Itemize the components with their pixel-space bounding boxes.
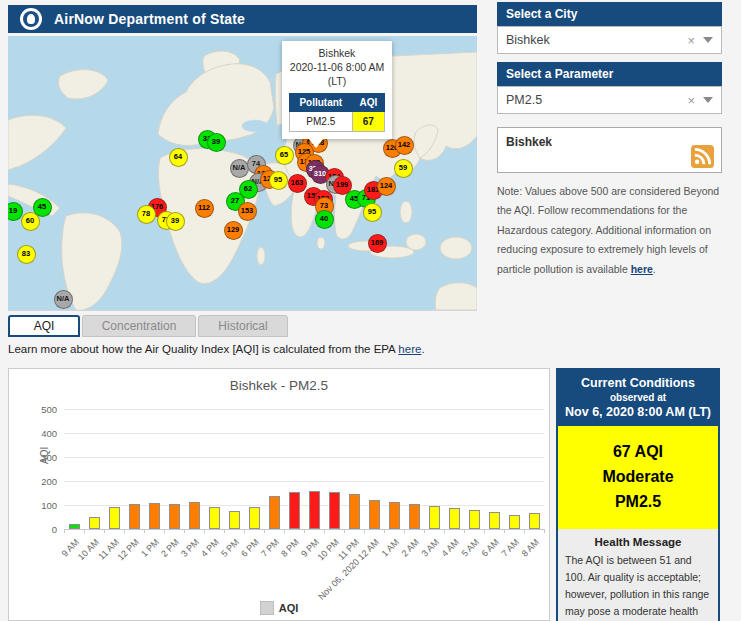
feed-city-label: Bishkek bbox=[498, 128, 721, 149]
aqi-map-marker[interactable]: 95 bbox=[363, 203, 382, 222]
aqi-map-marker[interactable]: 39 bbox=[166, 212, 185, 231]
chart-gridline bbox=[64, 481, 544, 482]
chart-x-tick bbox=[524, 529, 525, 533]
chart-gridline bbox=[64, 409, 544, 410]
aqi-bar[interactable] bbox=[369, 500, 380, 529]
chart-plot-area: 01002003004005009 AM10 AM11 AM12 PM1 PM2… bbox=[9, 369, 549, 620]
chart-y-tick-label: 400 bbox=[9, 428, 57, 439]
chart-x-tick bbox=[344, 529, 345, 533]
popup-pollutant-value: PM2.5 bbox=[290, 111, 353, 131]
aqi-bar[interactable] bbox=[309, 491, 320, 529]
legend-label: AQI bbox=[279, 602, 299, 614]
select-parameter-panel: Select a Parameter PM2.5 × bbox=[497, 62, 722, 114]
chart-x-tick bbox=[504, 529, 505, 533]
city-select[interactable]: Bishkek × bbox=[497, 26, 722, 54]
aqi-map-marker[interactable]: 60 bbox=[21, 212, 40, 231]
aqi-map-marker[interactable]: 112 bbox=[195, 199, 214, 218]
app-title: AirNow Department of State bbox=[54, 11, 245, 27]
aqi-bar[interactable] bbox=[89, 517, 100, 529]
tab-concentration[interactable]: Concentration bbox=[82, 315, 196, 337]
chart-x-tick bbox=[284, 529, 285, 533]
world-aqi-map[interactable]: 19456083N/A643339N/A74135N/A129956227153… bbox=[8, 36, 477, 311]
chart-x-tick bbox=[184, 529, 185, 533]
parameter-select[interactable]: PM2.5 × bbox=[497, 86, 722, 114]
aqi-map-marker[interactable]: 163 bbox=[288, 174, 307, 193]
aqi-bar[interactable] bbox=[409, 504, 420, 529]
aqi-map-marker[interactable]: 65 bbox=[275, 146, 294, 165]
chart-x-tick bbox=[224, 529, 225, 533]
epa-suffix: . bbox=[421, 343, 424, 355]
app-header: AirNow Department of State bbox=[8, 5, 477, 33]
rss-feed-icon[interactable] bbox=[691, 145, 714, 168]
aqi-bar[interactable] bbox=[389, 502, 400, 529]
aqi-bar[interactable] bbox=[349, 494, 360, 529]
aqi-bar[interactable] bbox=[229, 511, 240, 529]
aqi-map-marker[interactable]: 64 bbox=[169, 148, 188, 167]
state-department-seal-icon bbox=[20, 8, 42, 30]
aqi-map-marker[interactable]: 142 bbox=[395, 136, 414, 155]
chart-gridline bbox=[64, 457, 544, 458]
aqi-map-marker[interactable]: N/A bbox=[230, 159, 249, 178]
aqi-bar[interactable] bbox=[289, 492, 300, 529]
aqi-map-marker[interactable]: 39 bbox=[207, 133, 226, 152]
aqi-map-marker[interactable]: 95 bbox=[269, 171, 288, 190]
chart-gridline bbox=[64, 433, 544, 434]
legend-swatch-icon bbox=[260, 601, 274, 615]
aqi-bar[interactable] bbox=[69, 524, 80, 529]
aqi-bar[interactable] bbox=[509, 515, 520, 529]
view-tabs: AQI Concentration Historical bbox=[8, 315, 290, 337]
aqi-map-marker[interactable]: N/A bbox=[54, 290, 73, 309]
aqi-map-marker[interactable]: 59 bbox=[394, 159, 413, 178]
health-message-text: The AQI is between 51 and 100. Air quali… bbox=[558, 552, 718, 621]
chart-x-tick bbox=[544, 529, 545, 533]
aqi-bar[interactable] bbox=[329, 492, 340, 529]
health-message-title: Health Message bbox=[558, 536, 718, 548]
epa-here-link[interactable]: here bbox=[398, 343, 421, 355]
aqi-bar[interactable] bbox=[429, 506, 440, 529]
city-clear-icon[interactable]: × bbox=[687, 33, 695, 48]
chart-y-tick-label: 200 bbox=[9, 476, 57, 487]
aqi-bar[interactable] bbox=[489, 512, 500, 529]
map-popup: Bishkek 2020-11-06 8:00 AM (LT) Pollutan… bbox=[282, 41, 392, 139]
chart-x-tick bbox=[144, 529, 145, 533]
tab-historical[interactable]: Historical bbox=[198, 315, 288, 337]
popup-pollutant-header: Pollutant bbox=[290, 93, 353, 111]
popup-city: Bishkek bbox=[288, 46, 386, 60]
note-suffix: . bbox=[653, 263, 656, 275]
popup-aqi-value: 67 bbox=[352, 111, 384, 131]
aqi-bar[interactable] bbox=[449, 508, 460, 529]
aqi-map-marker[interactable]: 169 bbox=[368, 234, 387, 253]
tab-aqi[interactable]: AQI bbox=[8, 315, 80, 337]
conditions-aqi-value: 67 AQI bbox=[562, 440, 714, 465]
aqi-bar[interactable] bbox=[109, 507, 120, 529]
health-message-block: Health Message The AQI is between 51 and… bbox=[558, 529, 718, 621]
conditions-title: Current Conditions bbox=[562, 376, 714, 390]
beyond-aqi-note: Note: Values above 500 are considered Be… bbox=[497, 182, 729, 279]
aqi-map-marker[interactable]: 129 bbox=[224, 221, 243, 240]
aqi-map-marker[interactable]: 83 bbox=[17, 245, 36, 264]
popup-aqi-header: AQI bbox=[352, 93, 384, 111]
aqi-map-marker[interactable]: 40 bbox=[315, 210, 334, 229]
aqi-bar[interactable] bbox=[129, 504, 140, 529]
aqi-bar[interactable] bbox=[209, 507, 220, 529]
aqi-bar[interactable] bbox=[269, 496, 280, 529]
note-here-link[interactable]: here bbox=[631, 263, 653, 275]
conditions-category: Moderate bbox=[562, 465, 714, 490]
aqi-map-marker[interactable]: 153 bbox=[238, 202, 257, 221]
aqi-map-marker[interactable]: 78 bbox=[137, 205, 156, 224]
chart-x-tick bbox=[84, 529, 85, 533]
aqi-bar[interactable] bbox=[529, 513, 540, 529]
aqi-map-marker[interactable]: 19 bbox=[8, 202, 23, 221]
aqi-map-marker[interactable]: 124 bbox=[377, 177, 396, 196]
chart-legend[interactable]: AQI bbox=[9, 601, 549, 615]
aqi-bar[interactable] bbox=[149, 503, 160, 529]
aqi-bar[interactable] bbox=[189, 502, 200, 529]
aqi-bar[interactable] bbox=[249, 507, 260, 529]
aqi-bar[interactable] bbox=[169, 504, 180, 529]
parameter-clear-icon[interactable]: × bbox=[687, 93, 695, 108]
aqi-bar[interactable] bbox=[469, 510, 480, 529]
city-caret-icon[interactable] bbox=[703, 37, 713, 43]
parameter-caret-icon[interactable] bbox=[703, 97, 713, 103]
conditions-observed-at: observed at bbox=[562, 392, 714, 403]
airnow-page: AirNow Department of State bbox=[0, 0, 741, 621]
